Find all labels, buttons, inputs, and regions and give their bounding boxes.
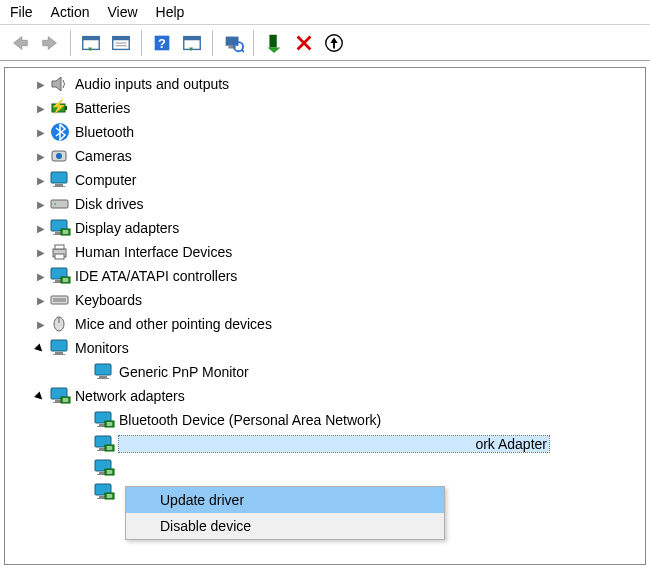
menu-view[interactable]: View (107, 4, 137, 20)
show-hide-console-tree-button[interactable] (77, 29, 105, 57)
tree-item-label: Computer (75, 172, 136, 188)
chevron-right-icon[interactable]: ▶ (33, 220, 49, 236)
tree-item-label: Network adapters (75, 388, 185, 404)
svg-text:⚡: ⚡ (50, 98, 68, 115)
monitor-icon (93, 361, 115, 383)
tree-item-label: Monitors (75, 340, 129, 356)
tree-item-monitors[interactable]: ▶ Monitors (5, 336, 645, 360)
svg-rect-12 (226, 36, 239, 45)
svg-marker-43 (52, 77, 61, 91)
tree-item-label: Bluetooth (75, 124, 134, 140)
network-adapter-icon (93, 481, 115, 503)
disk-icon (49, 193, 71, 215)
tree-item-label: IDE ATA/ATAPI controllers (75, 268, 237, 284)
chevron-right-icon[interactable]: ▶ (33, 196, 49, 212)
menu-action[interactable]: Action (51, 4, 90, 20)
menu-help[interactable]: Help (156, 4, 185, 20)
chevron-right-icon[interactable]: ▶ (33, 292, 49, 308)
printer-icon (49, 241, 71, 263)
help-button[interactable]: ? (148, 29, 176, 57)
svg-rect-16 (269, 34, 276, 47)
svg-marker-21 (330, 37, 337, 48)
display-adapter-icon (49, 217, 71, 239)
device-tree: ▶ Audio inputs and outputs ▶ ⚡ Batteries… (5, 68, 645, 508)
tree-item-label: Generic PnP Monitor (119, 364, 249, 380)
tree-item-generic-pnp-monitor[interactable]: Generic PnP Monitor (5, 360, 645, 384)
tree-item-network-adapter[interactable] (5, 456, 645, 480)
action-pane-button[interactable] (178, 29, 206, 57)
chevron-right-icon[interactable]: ▶ (33, 100, 49, 116)
tree-item-label: Batteries (75, 100, 130, 116)
tree-item-audio[interactable]: ▶ Audio inputs and outputs (5, 72, 645, 96)
tree-item-label: Disk drives (75, 196, 143, 212)
svg-rect-10 (184, 36, 201, 40)
tree-item-wireless-adapter-selected[interactable]: ork Adapter (5, 432, 645, 456)
tree-item-batteries[interactable]: ▶ ⚡ Batteries (5, 96, 645, 120)
svg-marker-17 (268, 47, 281, 53)
keyboard-icon (49, 289, 71, 311)
tree-item-display-adapters[interactable]: ▶ Display adapters (5, 216, 645, 240)
svg-line-15 (241, 49, 244, 52)
tree-item-cameras[interactable]: ▶ Cameras (5, 144, 645, 168)
mouse-icon (49, 313, 71, 335)
tree-item-label: Display adapters (75, 220, 179, 236)
svg-rect-4 (113, 36, 130, 40)
tree-item-mice[interactable]: ▶ Mice and other pointing devices (5, 312, 645, 336)
toolbar-separator (253, 30, 254, 56)
chevron-right-icon[interactable]: ▶ (33, 268, 49, 284)
chevron-right-icon[interactable]: ▶ (33, 148, 49, 164)
forward-button[interactable] (36, 29, 64, 57)
menu-bar: File Action View Help (0, 0, 650, 25)
chevron-right-icon[interactable]: ▶ (33, 172, 49, 188)
disable-device-button[interactable] (290, 29, 318, 57)
tree-item-keyboards[interactable]: ▶ Keyboards (5, 288, 645, 312)
toolbar-separator (141, 30, 142, 56)
context-menu-disable-device[interactable]: Disable device (126, 513, 444, 539)
enable-device-button[interactable] (260, 29, 288, 57)
speaker-icon (49, 73, 71, 95)
scan-hardware-button[interactable] (219, 29, 247, 57)
tree-item-label: Cameras (75, 148, 132, 164)
context-menu: Update driver Disable device (125, 486, 445, 540)
chevron-right-icon[interactable]: ▶ (33, 244, 49, 260)
properties-button[interactable] (107, 29, 135, 57)
menu-file[interactable]: File (10, 4, 33, 20)
context-menu-update-driver[interactable]: Update driver (126, 487, 444, 513)
chevron-right-icon[interactable]: ▶ (33, 124, 49, 140)
tree-item-label: Audio inputs and outputs (75, 76, 229, 92)
tree-item-label: Keyboards (75, 292, 142, 308)
toolbar-separator (212, 30, 213, 56)
device-tree-panel: ▶ Audio inputs and outputs ▶ ⚡ Batteries… (4, 67, 646, 565)
computer-icon (49, 169, 71, 191)
battery-icon: ⚡ (49, 97, 71, 119)
tree-item-computer[interactable]: ▶ Computer (5, 168, 645, 192)
tree-item-bluetooth[interactable]: ▶ Bluetooth (5, 120, 645, 144)
tree-item-network-adapters[interactable]: ▶ Network adapters (5, 384, 645, 408)
tree-item-label: Human Interface Devices (75, 244, 232, 260)
network-adapter-icon (93, 409, 115, 431)
svg-text:?: ? (158, 35, 166, 50)
chevron-right-icon[interactable]: ▶ (33, 76, 49, 92)
tree-item-label: Mice and other pointing devices (75, 316, 272, 332)
chevron-right-icon[interactable]: ▶ (33, 316, 49, 332)
ide-icon (49, 265, 71, 287)
tree-item-disk-drives[interactable]: ▶ Disk drives (5, 192, 645, 216)
tree-item-hid[interactable]: ▶ Human Interface Devices (5, 240, 645, 264)
toolbar: ? (0, 25, 650, 61)
tree-item-label: Bluetooth Device (Personal Area Network) (119, 412, 381, 428)
svg-rect-1 (83, 36, 100, 40)
tree-item-ide[interactable]: ▶ IDE ATA/ATAPI controllers (5, 264, 645, 288)
tree-item-bt-pan[interactable]: Bluetooth Device (Personal Area Network) (5, 408, 645, 432)
network-adapter-icon (93, 433, 115, 455)
update-driver-button[interactable] (320, 29, 348, 57)
back-button[interactable] (6, 29, 34, 57)
bluetooth-icon (49, 121, 71, 143)
camera-icon (49, 145, 71, 167)
toolbar-separator (70, 30, 71, 56)
network-adapter-icon (93, 457, 115, 479)
tree-item-label: ork Adapter (119, 436, 549, 452)
